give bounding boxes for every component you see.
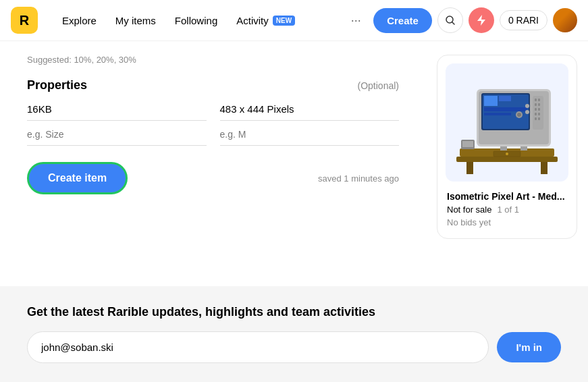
prop-size-label-input[interactable] — [220, 129, 400, 146]
properties-header: Properties (Optional) — [27, 78, 399, 92]
nav-activity[interactable]: Activity NEW — [228, 9, 303, 32]
iminlabel-button[interactable]: I'm in — [497, 332, 561, 362]
logo-letter: R — [20, 13, 29, 28]
svg-rect-24 — [538, 113, 540, 115]
svg-point-30 — [525, 110, 529, 114]
prop-input-row — [27, 129, 399, 146]
svg-rect-17 — [535, 99, 537, 101]
svg-rect-15 — [484, 113, 511, 115]
svg-rect-25 — [535, 117, 537, 120]
search-button[interactable] — [437, 7, 463, 33]
svg-rect-4 — [466, 162, 473, 174]
nav-right: ··· Create 0 RARI — [344, 7, 577, 33]
email-input[interactable] — [27, 331, 489, 363]
saved-text: saved 1 minutes ago — [318, 173, 399, 184]
svg-rect-5 — [541, 162, 547, 174]
svg-point-7 — [506, 153, 508, 155]
nft-info: Isometric Pixel Art - Med... Not for sal… — [446, 188, 568, 230]
prop-dimensions-value: 483 x 444 Pixels — [220, 103, 400, 121]
properties-title: Properties — [27, 78, 87, 92]
more-options-button[interactable]: ··· — [344, 8, 368, 32]
nft-image-area — [446, 63, 568, 182]
logo[interactable]: R — [11, 7, 38, 34]
avatar[interactable] — [553, 8, 577, 32]
footer-section: Get the latest Rarible updates, highligh… — [0, 286, 588, 382]
svg-rect-32 — [520, 146, 527, 151]
svg-rect-21 — [535, 108, 537, 111]
lightning-icon — [477, 14, 486, 26]
nav-following[interactable]: Following — [167, 9, 225, 32]
svg-rect-16 — [533, 96, 543, 130]
svg-rect-13 — [499, 96, 511, 101]
nav-my-items[interactable]: My items — [107, 9, 164, 32]
svg-rect-31 — [500, 146, 507, 151]
svg-point-29 — [525, 104, 529, 108]
nft-card: Isometric Pixel Art - Med... Not for sal… — [437, 55, 577, 239]
activity-new-badge: NEW — [273, 16, 295, 26]
nft-meta: Not for sale 1 of 1 — [447, 204, 567, 215]
svg-rect-23 — [535, 113, 537, 115]
nav-links: Explore My items Following Activity NEW — [54, 9, 344, 32]
create-button[interactable]: Create — [373, 8, 432, 33]
create-item-wrap: Create item saved 1 minutes ago — [27, 162, 399, 194]
avatar-image — [553, 8, 577, 32]
svg-rect-3 — [456, 157, 558, 162]
optional-label: (Optional) — [358, 80, 399, 91]
prop-size-input[interactable] — [27, 129, 207, 146]
nft-title: Isometric Pixel Art - Med... — [447, 191, 567, 202]
svg-rect-22 — [538, 108, 540, 111]
footer-title: Get the latest Rarible updates, highligh… — [27, 305, 561, 319]
nft-status: Not for sale — [447, 204, 491, 215]
lightning-button[interactable] — [469, 7, 494, 33]
rari-balance[interactable]: 0 RARI — [500, 10, 547, 30]
svg-rect-12 — [484, 96, 498, 106]
svg-line-1 — [452, 22, 454, 25]
search-icon — [445, 15, 456, 26]
navbar: R Explore My items Following Activity NE… — [0, 0, 588, 41]
email-row: I'm in — [27, 331, 561, 363]
properties-section: Properties (Optional) 16KB 483 x 444 Pix… — [27, 78, 399, 146]
nft-artwork — [446, 69, 568, 177]
suggested-text: Suggested: 10%, 20%, 30% — [27, 55, 399, 65]
svg-point-28 — [517, 113, 521, 117]
svg-rect-18 — [538, 99, 540, 101]
svg-rect-19 — [535, 103, 537, 106]
nav-explore[interactable]: Explore — [54, 9, 105, 32]
svg-rect-20 — [538, 103, 540, 106]
create-item-button[interactable]: Create item — [27, 162, 128, 194]
svg-rect-26 — [538, 117, 540, 120]
nft-edition: 1 of 1 — [497, 204, 519, 215]
svg-rect-14 — [484, 107, 527, 111]
prop-size-value: 16KB — [27, 103, 207, 121]
svg-rect-34 — [462, 141, 473, 147]
nft-bids: No bids yet — [447, 217, 567, 227]
prop-row-values: 16KB 483 x 444 Pixels — [27, 103, 399, 121]
